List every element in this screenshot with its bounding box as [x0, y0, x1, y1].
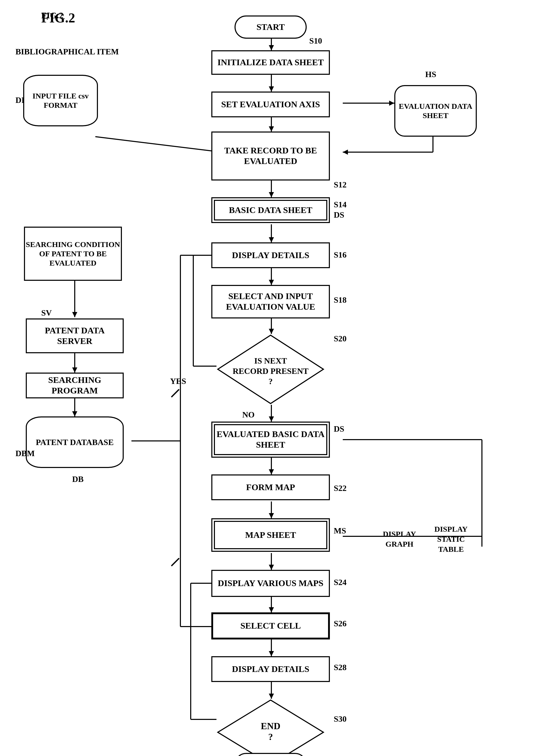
map-sheet: MAP SHEET: [211, 518, 330, 552]
svg-text:IS NEXT: IS NEXT: [254, 356, 287, 365]
init-data-sheet: INITIALIZE DATA SHEET: [211, 50, 330, 75]
s10-label: S10: [309, 36, 322, 46]
svg-marker-7: [269, 192, 274, 197]
start-node: START: [235, 15, 307, 39]
basic-data-sheet: BASIC DATA SHEET: [211, 197, 330, 223]
svg-marker-29: [269, 651, 274, 656]
svg-marker-51: [72, 367, 77, 373]
svg-line-59: [171, 389, 179, 397]
eval-data-sheet: EVALUATION DATA SHEET: [394, 85, 477, 137]
evaluated-basic-sheet: EVALUATED BASIC DATA SHEET: [211, 422, 330, 458]
svg-marker-53: [72, 411, 77, 416]
no-label: NO: [242, 410, 255, 420]
s28-label: S28: [334, 663, 347, 672]
searching-condition: SEARCHING CONDITION OF PATENT TO BE EVAL…: [24, 227, 122, 281]
svg-marker-42: [343, 150, 348, 155]
display-details-1: DISPLAY DETAILS: [211, 242, 330, 268]
ms-label: MS: [334, 526, 346, 536]
svg-text:RECORD PRESENT: RECORD PRESENT: [233, 366, 308, 376]
svg-marker-9: [269, 237, 274, 242]
ds-label2: DS: [334, 424, 344, 434]
svg-marker-31: [269, 694, 274, 699]
figure-title: FIG.2: [41, 10, 75, 26]
svg-marker-23: [269, 513, 274, 518]
svg-marker-25: [269, 565, 274, 570]
display-details-2: DISPLAY DETAILS: [211, 656, 330, 682]
svg-text:END: END: [261, 721, 280, 731]
display-static: DISPLAY STATIC TABLE: [428, 523, 474, 554]
svg-marker-5: [269, 126, 274, 132]
db-label: DB: [72, 474, 84, 484]
take-record: TAKE RECORD TO BE EVALUATED: [211, 132, 330, 180]
s22-label: S22: [334, 483, 347, 493]
svg-marker-13: [269, 329, 274, 334]
hs-label: HS: [425, 70, 436, 79]
dbm-label: DBM: [15, 449, 35, 458]
bibliographical-label: BIBLIOGRAPHICAL ITEM: [15, 46, 119, 57]
sv-label: SV: [41, 308, 52, 318]
s24-label: S24: [334, 578, 347, 587]
display-various-maps: DISPLAY VARIOUS MAPS: [211, 570, 330, 597]
s16-label: S16: [334, 250, 347, 260]
svg-marker-49: [72, 312, 77, 317]
s12-label: S12: [334, 180, 347, 190]
svg-marker-11: [269, 280, 274, 285]
input-file: INPUT FILE csv FORMAT: [23, 75, 98, 126]
s18-label: S18: [334, 295, 347, 305]
svg-marker-19: [269, 416, 274, 422]
svg-marker-21: [269, 469, 274, 474]
svg-line-46: [95, 137, 222, 152]
is-next-record-diamond: IS NEXT RECORD PRESENT ?: [217, 334, 325, 405]
patent-data-server: PATENT DATA SERVER: [26, 318, 124, 353]
select-cell: SELECT CELL: [211, 612, 330, 639]
ds-label1: DS: [334, 210, 344, 220]
end-diamond: END ?: [217, 699, 325, 756]
svg-marker-39: [389, 101, 394, 106]
svg-line-60: [171, 558, 179, 566]
s26-label: S26: [334, 619, 347, 628]
s14-label: S14: [334, 200, 347, 209]
svg-text:?: ?: [268, 732, 273, 742]
svg-text:?: ?: [269, 377, 272, 386]
svg-marker-1: [269, 45, 274, 50]
s20-label: S20: [334, 334, 347, 343]
set-eval-axis: SET EVALUATION AXIS: [211, 92, 330, 117]
svg-marker-27: [269, 607, 274, 612]
searching-program: SEARCHING PROGRAM: [26, 373, 124, 398]
patent-database: PATENT DATABASE: [26, 416, 124, 468]
display-graph: DISPLAY GRAPH: [376, 523, 423, 554]
end-node: END: [235, 753, 307, 756]
select-input-eval: SELECT AND INPUT EVALUATION VALUE: [211, 285, 330, 318]
s30-label: S30: [334, 714, 347, 724]
yes-label: YES: [170, 376, 186, 386]
svg-marker-3: [269, 86, 274, 92]
form-map: FORM MAP: [211, 474, 330, 500]
